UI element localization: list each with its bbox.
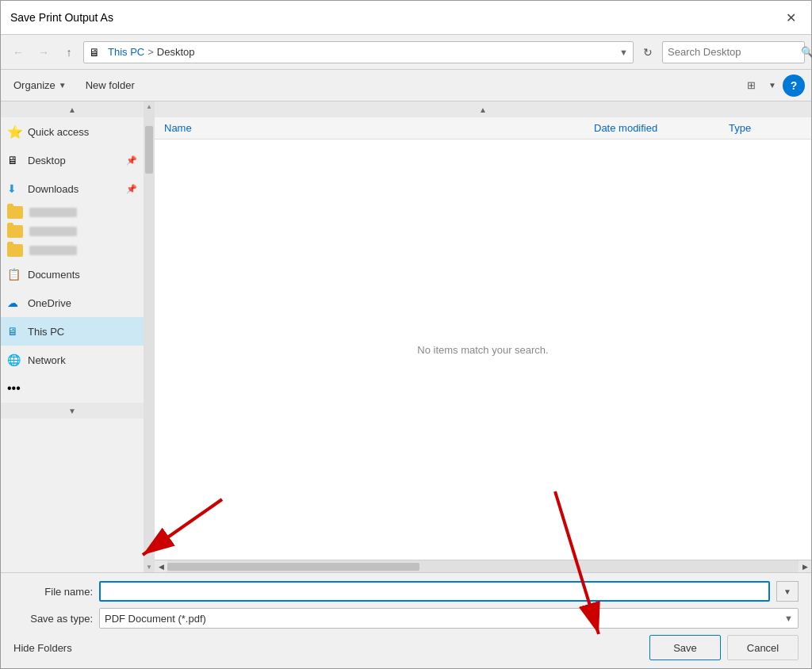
sidebar-scroll-down[interactable]: ▼ — [1, 403, 144, 419]
this-pc-sidebar-icon: 🖥 — [7, 323, 23, 339]
new-folder-label: New folder — [86, 79, 135, 91]
sidebar-label-onedrive: OneDrive — [28, 297, 137, 309]
quick-access-icon: ⭐ — [7, 124, 23, 140]
col-type[interactable]: Type — [726, 122, 805, 134]
title-bar: Save Print Output As ✕ — [1, 1, 811, 35]
scrollbar-thumb[interactable] — [145, 126, 153, 174]
sidebar-scroll-up[interactable]: ▲ — [1, 101, 144, 117]
search-bar: 🔍 — [662, 41, 805, 63]
sidebar-item-network[interactable]: 🌐 Network — [1, 346, 144, 374]
breadcrumb-item-thispc[interactable]: This PC — [108, 46, 144, 58]
more-icon: ••• — [7, 380, 23, 396]
hide-folders-button[interactable]: Hide Folders — [13, 642, 72, 654]
filename-dropdown-arrow[interactable]: ▼ — [776, 581, 799, 602]
col-date[interactable]: Date modified — [591, 122, 726, 134]
up-button[interactable]: ↑ — [58, 41, 80, 63]
toolbar: Organize ▼ New folder ⊞ ▼ ? — [1, 70, 811, 101]
scrollbar-down-arrow[interactable]: ▼ — [146, 564, 152, 571]
h-scroll-track[interactable] — [167, 560, 799, 573]
help-button[interactable]: ? — [783, 75, 805, 97]
filename-label: File name: — [13, 586, 93, 598]
sidebar-label-documents: Documents — [28, 269, 137, 281]
file-pane-scroll-up[interactable]: ▲ — [155, 101, 811, 117]
desktop-icon: 🖥 — [7, 152, 23, 168]
downloads-pin-icon: 📌 — [126, 184, 137, 194]
sidebar-item-folder3[interactable] — [1, 241, 144, 260]
filename-row: File name: ▼ — [13, 581, 799, 602]
sidebar-scrollbar[interactable]: ▲ ▼ — [144, 101, 155, 572]
breadcrumb-dropdown-arrow[interactable]: ▼ — [619, 48, 628, 57]
back-button[interactable]: ← — [7, 41, 29, 63]
sidebar-label-network: Network — [28, 354, 137, 366]
sidebar-label-downloads: Downloads — [28, 183, 121, 195]
this-pc-icon: 🖥 — [89, 44, 105, 60]
forward-button[interactable]: → — [33, 41, 55, 63]
file-content: No items match your search. — [155, 140, 811, 560]
folder3-icon — [7, 244, 23, 257]
scrollbar-up-arrow[interactable]: ▲ — [146, 103, 152, 110]
empty-message: No items match your search. — [417, 344, 548, 356]
sidebar-item-this-pc[interactable]: 🖥 This PC — [1, 317, 144, 346]
organize-arrow: ▼ — [59, 81, 67, 90]
save-button[interactable]: Save — [649, 635, 721, 660]
search-icon[interactable]: 🔍 — [801, 46, 812, 58]
breadcrumb-item-desktop[interactable]: Desktop — [157, 46, 195, 58]
organize-button[interactable]: Organize ▼ — [7, 76, 73, 94]
file-area: ▲ Name Date modified Type No items match… — [155, 101, 811, 572]
h-scroll-right-arrow[interactable]: ▶ — [799, 560, 811, 573]
horizontal-scrollbar[interactable]: ◀ ▶ — [155, 560, 811, 572]
save-dialog: Save Print Output As ✕ ← → ↑ 🖥 This PC >… — [0, 0, 812, 669]
up-icon: ↑ — [67, 46, 72, 59]
sidebar-label-this-pc: This PC — [28, 326, 137, 338]
search-input[interactable] — [668, 46, 801, 58]
refresh-button[interactable]: ↻ — [637, 41, 659, 63]
close-button[interactable]: ✕ — [779, 6, 802, 29]
savetype-value: PDF Document (*.pdf) — [105, 613, 206, 625]
sidebar-item-folder1[interactable] — [1, 203, 144, 222]
h-scroll-left-arrow[interactable]: ◀ — [155, 560, 167, 573]
sidebar-item-folder2[interactable] — [1, 222, 144, 241]
sidebar-label-desktop: Desktop — [28, 155, 121, 166]
dialog-title: Save Print Output As — [10, 11, 113, 24]
documents-icon: 📋 — [7, 266, 23, 282]
savetype-arrow: ▼ — [784, 614, 793, 623]
sidebar: ▲ ⭐ Quick access 🖥 Desktop 📌 ⬇ Downloads… — [1, 101, 155, 572]
desktop-pin-icon: 📌 — [126, 155, 137, 166]
organize-label: Organize — [13, 79, 56, 91]
form-buttons: Hide Folders Save Cancel — [13, 635, 799, 660]
cancel-button[interactable]: Cancel — [727, 635, 799, 660]
filename-input[interactable] — [99, 581, 770, 602]
sidebar-item-more[interactable]: ••• — [1, 374, 144, 403]
breadcrumb-sep1: > — [147, 46, 154, 58]
folder2-icon — [7, 225, 23, 238]
sidebar-content: ▲ ⭐ Quick access 🖥 Desktop 📌 ⬇ Downloads… — [1, 101, 144, 572]
col-name[interactable]: Name — [161, 122, 591, 134]
onedrive-icon: ☁ — [7, 295, 23, 311]
sidebar-item-documents[interactable]: 📋 Documents — [1, 260, 144, 289]
folder1-label — [29, 208, 77, 217]
network-icon: 🌐 — [7, 352, 23, 368]
folder2-label — [29, 227, 77, 236]
main-area: ▲ ⭐ Quick access 🖥 Desktop 📌 ⬇ Downloads… — [1, 101, 811, 572]
sidebar-item-onedrive[interactable]: ☁ OneDrive — [1, 289, 144, 317]
bottom-form: File name: ▼ Save as type: PDF Document … — [1, 572, 811, 668]
folder3-label — [29, 246, 77, 255]
nav-bar: ← → ↑ 🖥 This PC > Desktop ▼ ↻ 🔍 — [1, 35, 811, 70]
sidebar-label-quick-access: Quick access — [28, 126, 137, 138]
file-header: Name Date modified Type — [155, 117, 811, 140]
new-folder-button[interactable]: New folder — [79, 76, 141, 94]
savetype-row: Save as type: PDF Document (*.pdf) ▼ — [13, 608, 799, 629]
h-scroll-thumb[interactable] — [167, 563, 419, 571]
sidebar-item-quick-access[interactable]: ⭐ Quick access — [1, 117, 144, 146]
sidebar-item-downloads[interactable]: ⬇ Downloads 📌 — [1, 174, 144, 203]
folder1-icon — [7, 206, 23, 219]
sidebar-item-desktop[interactable]: 🖥 Desktop 📌 — [1, 146, 144, 174]
view-button[interactable]: ⊞ — [740, 75, 762, 97]
downloads-icon: ⬇ — [7, 181, 23, 197]
view-dropdown-arrow[interactable]: ▼ — [768, 81, 776, 90]
savetype-dropdown[interactable]: PDF Document (*.pdf) ▼ — [99, 608, 799, 629]
savetype-label: Save as type: — [13, 613, 93, 625]
breadcrumb[interactable]: 🖥 This PC > Desktop ▼ — [83, 41, 634, 63]
